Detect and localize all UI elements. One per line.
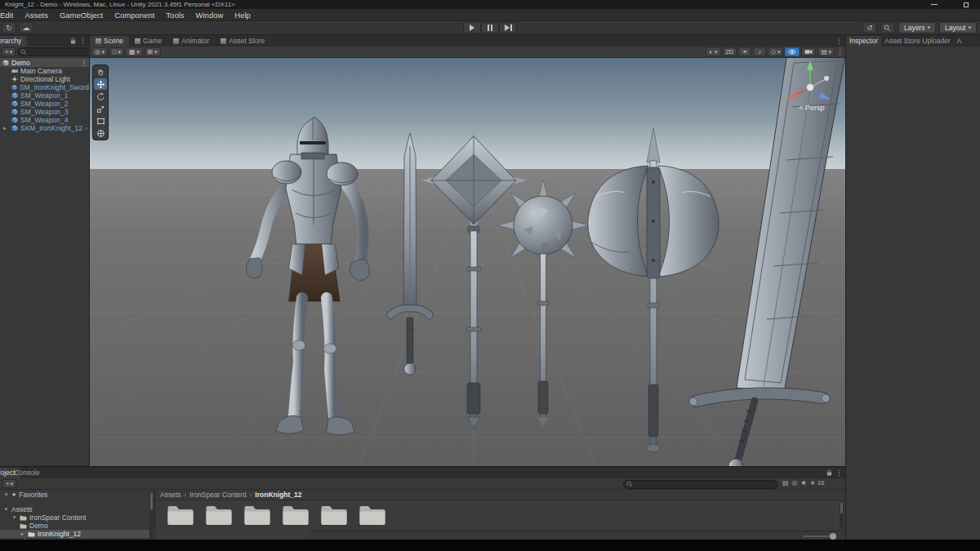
hierarchy-item-sm-weapon-2[interactable]: SM_Weapon_2 <box>0 100 89 108</box>
scene-viewport[interactable]: < Persp <box>90 58 845 466</box>
breadcrumb-current-folder[interactable]: IronKnight_12 <box>255 491 301 499</box>
camera-icon <box>804 49 813 55</box>
folder-item[interactable] <box>167 504 194 527</box>
search-icon <box>884 24 891 32</box>
search-button[interactable] <box>880 22 895 33</box>
folder-item[interactable] <box>359 504 386 527</box>
scene-menu-icon[interactable]: ⋮ <box>836 48 844 56</box>
snap-settings-dropdown[interactable]: ⊞▾ <box>145 47 161 56</box>
menu-assets[interactable]: Assets <box>19 9 54 21</box>
project-search-input[interactable] <box>635 481 775 488</box>
expander-icon[interactable]: ▾ <box>3 491 9 498</box>
layers-dropdown[interactable]: Layers▾ <box>898 22 936 33</box>
minimize-icon[interactable] <box>931 4 938 5</box>
layout-dropdown[interactable]: Layout▾ <box>939 22 977 33</box>
tab-animator[interactable]: Animator <box>167 36 215 47</box>
lock-icon[interactable] <box>70 38 76 44</box>
scene-viewport-render[interactable]: < Persp <box>90 58 845 466</box>
menu-gameobject[interactable]: GameObject <box>54 9 109 21</box>
hierarchy-item-skm-ironknight-12[interactable]: ▸ SKM_IronKnight_12 › <box>0 124 89 132</box>
transform-tool-button[interactable] <box>94 127 107 139</box>
effects-dropdown[interactable]: ◇▾ <box>768 47 783 56</box>
menu-component[interactable]: Component <box>109 9 160 21</box>
scene-root-row[interactable]: Demo ⋮ <box>0 58 89 67</box>
expander-icon[interactable]: ▾ <box>3 506 9 513</box>
tab-clipped[interactable]: A <box>954 36 965 47</box>
sidebar-item-favorites[interactable]: ▾ ★ Favorites <box>0 491 154 499</box>
menu-tools[interactable]: Tools <box>160 9 189 21</box>
hierarchy-item-sm-weapon-1[interactable]: SM_Weapon_1 <box>0 91 89 100</box>
search-by-label-icon[interactable]: ◎ <box>792 479 798 487</box>
hierarchy-item-directional-light[interactable]: Directional Light <box>0 75 89 83</box>
slider-knob[interactable] <box>830 533 836 540</box>
undo-history-button[interactable]: ↺ <box>862 22 877 33</box>
icon-size-slider[interactable] <box>803 535 834 537</box>
folder-item[interactable] <box>320 504 348 527</box>
open-prefab-icon[interactable]: › <box>85 125 87 132</box>
scene-menu-icon[interactable]: ⋮ <box>80 59 87 67</box>
tab-asset-store[interactable]: Asset Store <box>215 36 270 47</box>
maximize-icon[interactable] <box>964 2 969 7</box>
step-button[interactable] <box>499 22 517 33</box>
breadcrumb-separator-icon: › <box>250 491 252 499</box>
search-by-type-icon[interactable]: ▤ <box>782 479 789 487</box>
scene-visibility-toggle[interactable] <box>785 47 800 56</box>
panel-menu-icon[interactable]: ⋮ <box>835 469 843 477</box>
tool-settings-dropdown[interactable]: ◎▾ <box>91 47 108 56</box>
gizmos-dropdown[interactable]: ▤▾ <box>817 47 835 56</box>
2d-toggle[interactable]: 2D <box>723 47 737 56</box>
camera-icon <box>11 68 18 74</box>
sidebar-item-ironspear-content[interactable]: ▾ IronSpear Content <box>0 513 154 522</box>
grid-visibility-dropdown[interactable]: ▦▾ <box>126 47 143 56</box>
hierarchy-item-main-camera[interactable]: Main Camera <box>0 67 89 75</box>
camera-overlay-toggle[interactable] <box>801 47 816 56</box>
folder-item[interactable] <box>205 504 233 527</box>
rect-tool-button[interactable] <box>94 115 107 127</box>
scale-tool-button[interactable] <box>94 103 107 114</box>
tab-scene[interactable]: Scene <box>90 36 129 47</box>
sidebar-item-assets[interactable]: ▾ Assets <box>0 505 154 513</box>
sidebar-item-ironknight-12[interactable]: ▸ IronKnight_12 <box>0 530 154 538</box>
breadcrumb-ironspear-content[interactable]: IronSpear Content <box>189 491 246 499</box>
lock-icon[interactable] <box>826 469 832 476</box>
folder-item[interactable] <box>282 504 310 527</box>
hierarchy-create-button[interactable]: +▾ <box>2 47 16 56</box>
hierarchy-item-sm-ironknight-sword[interactable]: SM_IronKnight_Sword <box>0 83 89 91</box>
grid-scrollbar[interactable] <box>840 501 844 529</box>
move-tool-button[interactable] <box>94 78 107 90</box>
tab-hierarchy[interactable]: Hierarchy <box>0 36 27 47</box>
menu-window[interactable]: Window <box>190 9 229 21</box>
window-titlebar: Knight_12 - Demo - Windows, Mac, Linux -… <box>0 0 980 9</box>
expander-icon[interactable]: ▸ <box>20 531 25 537</box>
menu-help[interactable]: Help <box>229 9 256 21</box>
draw-mode-dropdown[interactable]: ◐▾ <box>706 47 720 56</box>
rotate-tool-button[interactable] <box>94 91 107 102</box>
menu-edit[interactable]: Edit <box>0 9 19 21</box>
panel-menu-icon[interactable]: ⋮ <box>79 37 87 45</box>
breadcrumb-assets[interactable]: Assets <box>160 491 181 499</box>
sidebar-scrollbar[interactable] <box>149 491 154 539</box>
hierarchy-item-sm-weapon-4[interactable]: SM_Weapon_4 <box>0 116 89 124</box>
tab-game[interactable]: Game <box>129 36 167 47</box>
play-button[interactable] <box>463 22 481 33</box>
project-search[interactable] <box>623 480 778 489</box>
panel-menu-icon[interactable]: ⋮ <box>835 37 843 45</box>
tab-console[interactable]: Console <box>8 468 45 478</box>
tab-asset-store-uploader[interactable]: Asset Store Uploader <box>881 36 954 47</box>
sidebar-item-demo[interactable]: Demo <box>0 522 154 530</box>
folder-item[interactable] <box>243 504 271 527</box>
expander-icon[interactable]: ▾ <box>11 514 17 521</box>
expander-icon[interactable]: ▸ <box>3 125 7 131</box>
lighting-toggle[interactable]: ☀ <box>738 47 751 56</box>
project-create-button[interactable]: +▾ <box>2 479 16 488</box>
pause-button[interactable] <box>481 22 499 33</box>
gizmo-persp-label[interactable]: < Persp <box>799 104 824 112</box>
favorite-star-icon[interactable]: ★ <box>801 479 807 487</box>
audio-toggle[interactable]: ♪ <box>753 47 766 56</box>
cloud-services-button[interactable]: ☁ <box>19 22 33 33</box>
view-tool-button[interactable] <box>94 66 107 78</box>
tab-inspector[interactable]: Inspector <box>846 36 881 47</box>
handle-rotation-dropdown[interactable]: □▾ <box>109 47 124 56</box>
hierarchy-item-sm-weapon-3[interactable]: SM_Weapon_3 <box>0 108 89 116</box>
version-control-button[interactable]: ↻ <box>2 22 16 33</box>
